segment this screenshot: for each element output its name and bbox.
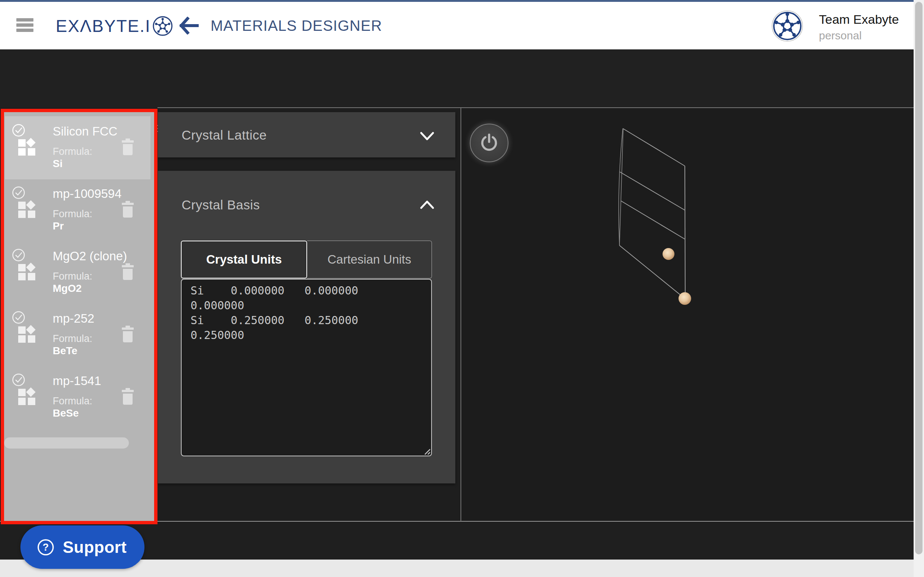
page-scrollbar-track[interactable] — [914, 0, 924, 577]
back-arrow-icon[interactable] — [179, 17, 200, 34]
material-title: mp-252 — [53, 311, 94, 326]
exabyte-logo[interactable]: EXΛBYTE.I — [56, 13, 173, 39]
tab-crystal-units[interactable]: Crystal Units — [181, 240, 307, 279]
tab-cartesian-units[interactable]: Cartesian Units — [307, 240, 432, 279]
panel-divider — [461, 108, 461, 521]
formula-label: Formula: — [53, 333, 92, 345]
materials-list: Silicon FCC Formula: Si mp-1009594 Formu… — [4, 112, 154, 521]
trash-icon[interactable] — [121, 139, 134, 156]
formula-value: Pr — [53, 220, 64, 232]
check-circle-icon[interactable] — [12, 124, 25, 137]
trash-icon[interactable] — [121, 201, 134, 218]
team-avatar[interactable] — [771, 10, 803, 42]
check-circle-icon[interactable] — [12, 186, 25, 199]
material-item-mgo2-clone[interactable]: MgO2 (clone) Formula: MgO2 — [5, 241, 150, 303]
panel-title: Crystal Lattice — [182, 128, 267, 143]
app-header: EXΛBYTE.I MATERIALS DESIGNER — [0, 2, 924, 49]
svg-text:?: ? — [43, 542, 49, 553]
check-circle-icon[interactable] — [12, 248, 25, 262]
material-title: MgO2 (clone) — [53, 249, 127, 263]
crystal-wireframe — [461, 108, 914, 521]
menu-bar: INPUT/OUTPUT EDIT VIEW ADVANCED HELP — [0, 49, 924, 108]
viewer-3d[interactable] — [461, 108, 914, 521]
widgets-icon — [18, 387, 37, 406]
chevron-up-icon[interactable] — [419, 199, 435, 210]
formula-label: Formula: — [53, 395, 92, 407]
material-title: Silicon FCC — [53, 124, 117, 139]
resize-handle-icon[interactable] — [421, 446, 431, 455]
panel-title: Crystal Basis — [182, 198, 260, 213]
check-circle-icon[interactable] — [12, 373, 25, 387]
formula-label: Formula: — [53, 271, 92, 282]
widgets-icon — [18, 200, 37, 219]
user-name[interactable]: Team Exabyte — [819, 12, 899, 27]
widgets-icon — [18, 263, 37, 282]
formula-label: Formula: — [53, 208, 92, 220]
material-item-mp-252[interactable]: mp-252 Formula: BeTe — [5, 303, 150, 366]
chevron-down-icon[interactable] — [419, 131, 435, 142]
units-tabs: Crystal Units Cartesian Units — [181, 240, 432, 279]
support-label: Support — [63, 538, 127, 556]
trash-icon[interactable] — [121, 388, 134, 405]
hamburger-menu-icon[interactable] — [16, 18, 34, 34]
logo-text: EXΛBYTE.I — [56, 16, 151, 36]
user-role: personal — [819, 29, 862, 42]
page-scrollbar-thumb[interactable] — [915, 2, 922, 554]
fullerene-globe-icon — [152, 16, 173, 36]
window-bottom-strip — [0, 559, 924, 577]
crystal-basis-panel: Crystal Basis Crystal Units Cartesian Un… — [158, 171, 455, 484]
widgets-icon — [18, 325, 37, 344]
crystal-lattice-panel[interactable]: Crystal Lattice — [158, 112, 455, 158]
content-top-border — [158, 107, 914, 108]
material-title: mp-1009594 — [53, 187, 121, 201]
question-circle-icon: ? — [37, 538, 55, 556]
content-bottom-border — [0, 521, 914, 522]
material-item-silicon-fcc[interactable]: Silicon FCC Formula: Si — [5, 116, 150, 179]
formula-label: Formula: — [53, 146, 92, 158]
support-button[interactable]: ? Support — [21, 525, 145, 569]
tab-label: Crystal Units — [206, 253, 282, 267]
formula-value: MgO2 — [53, 282, 82, 295]
trash-icon[interactable] — [121, 263, 134, 280]
page-title: MATERIALS DESIGNER — [211, 18, 382, 34]
material-title: mp-1541 — [53, 374, 101, 388]
check-circle-icon[interactable] — [12, 311, 25, 324]
widgets-icon — [18, 138, 37, 157]
material-item-mp-1541[interactable]: mp-1541 Formula: BeSe — [5, 366, 150, 428]
formula-value: BeTe — [53, 345, 77, 357]
formula-value: Si — [53, 158, 62, 170]
trash-icon[interactable] — [121, 326, 134, 343]
formula-value: BeSe — [53, 407, 79, 419]
tab-label: Cartesian Units — [327, 253, 411, 267]
material-item-mp-1009594[interactable]: mp-1009594 Formula: Pr — [5, 179, 150, 241]
basis-coordinates-input[interactable]: Si 0.000000 0.000000 0.000000 Si 0.25000… — [181, 279, 432, 456]
sidebar-horizontal-scrollbar[interactable] — [4, 437, 129, 448]
